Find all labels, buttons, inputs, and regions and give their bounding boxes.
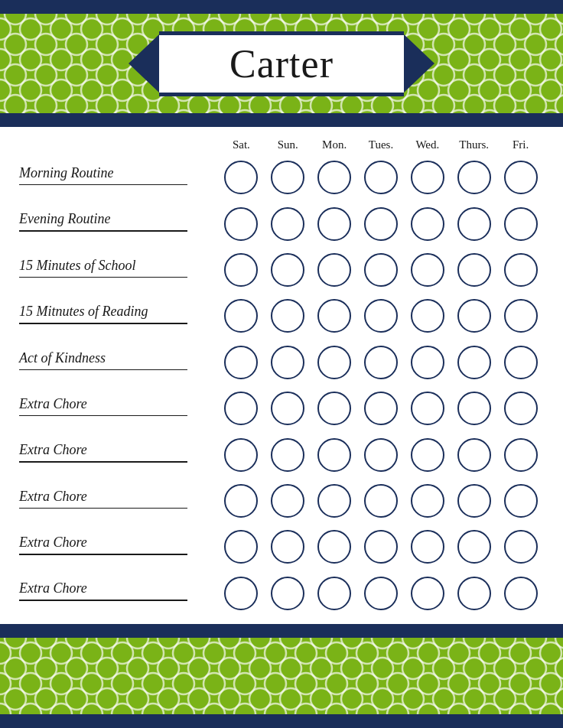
checkbox-circle[interactable] xyxy=(457,577,491,610)
checkbox-circle[interactable] xyxy=(224,253,258,287)
checkbox-circle[interactable] xyxy=(411,438,444,472)
circle-cell[interactable] xyxy=(358,346,405,379)
circle-cell[interactable] xyxy=(311,530,358,564)
checkbox-circle[interactable] xyxy=(504,577,538,610)
circle-cell[interactable] xyxy=(404,161,451,194)
circle-cell[interactable] xyxy=(218,299,265,333)
circle-cell[interactable] xyxy=(497,530,544,564)
checkbox-circle[interactable] xyxy=(411,484,444,518)
circle-cell[interactable] xyxy=(311,438,358,472)
circle-cell[interactable] xyxy=(311,484,358,518)
circle-cell[interactable] xyxy=(451,438,497,472)
circle-cell[interactable] xyxy=(404,530,451,564)
checkbox-circle[interactable] xyxy=(317,438,351,472)
circle-cell[interactable] xyxy=(404,299,451,333)
circle-cell[interactable] xyxy=(358,392,405,425)
circle-cell[interactable] xyxy=(218,438,265,472)
circle-cell[interactable] xyxy=(451,161,497,194)
checkbox-circle[interactable] xyxy=(457,438,491,472)
checkbox-circle[interactable] xyxy=(271,253,304,287)
circle-cell[interactable] xyxy=(311,299,358,333)
checkbox-circle[interactable] xyxy=(364,161,398,194)
circle-cell[interactable] xyxy=(265,530,311,564)
checkbox-circle[interactable] xyxy=(317,207,351,241)
circle-cell[interactable] xyxy=(311,161,358,194)
circle-cell[interactable] xyxy=(497,207,544,241)
checkbox-circle[interactable] xyxy=(457,161,491,194)
checkbox-circle[interactable] xyxy=(364,392,398,425)
circle-cell[interactable] xyxy=(358,438,405,472)
circle-cell[interactable] xyxy=(358,207,405,241)
circle-cell[interactable] xyxy=(358,299,405,333)
checkbox-circle[interactable] xyxy=(411,207,444,241)
circle-cell[interactable] xyxy=(497,484,544,518)
circle-cell[interactable] xyxy=(358,484,405,518)
circle-cell[interactable] xyxy=(451,253,497,287)
checkbox-circle[interactable] xyxy=(504,346,538,379)
checkbox-circle[interactable] xyxy=(411,253,444,287)
checkbox-circle[interactable] xyxy=(317,484,351,518)
checkbox-circle[interactable] xyxy=(224,207,258,241)
checkbox-circle[interactable] xyxy=(457,253,491,287)
checkbox-circle[interactable] xyxy=(317,299,351,333)
checkbox-circle[interactable] xyxy=(317,346,351,379)
circle-cell[interactable] xyxy=(404,207,451,241)
checkbox-circle[interactable] xyxy=(224,346,258,379)
checkbox-circle[interactable] xyxy=(504,530,538,564)
checkbox-circle[interactable] xyxy=(504,484,538,518)
checkbox-circle[interactable] xyxy=(224,530,258,564)
checkbox-circle[interactable] xyxy=(271,392,304,425)
checkbox-circle[interactable] xyxy=(364,253,398,287)
circle-cell[interactable] xyxy=(451,299,497,333)
checkbox-circle[interactable] xyxy=(224,484,258,518)
circle-cell[interactable] xyxy=(451,392,497,425)
circle-cell[interactable] xyxy=(265,299,311,333)
circle-cell[interactable] xyxy=(218,253,265,287)
checkbox-circle[interactable] xyxy=(457,207,491,241)
checkbox-circle[interactable] xyxy=(411,530,444,564)
circle-cell[interactable] xyxy=(218,346,265,379)
checkbox-circle[interactable] xyxy=(411,299,444,333)
checkbox-circle[interactable] xyxy=(364,577,398,610)
checkbox-circle[interactable] xyxy=(411,346,444,379)
checkbox-circle[interactable] xyxy=(504,299,538,333)
circle-cell[interactable] xyxy=(497,299,544,333)
checkbox-circle[interactable] xyxy=(271,346,304,379)
circle-cell[interactable] xyxy=(451,577,497,610)
circle-cell[interactable] xyxy=(265,392,311,425)
circle-cell[interactable] xyxy=(218,484,265,518)
circle-cell[interactable] xyxy=(265,484,311,518)
checkbox-circle[interactable] xyxy=(457,530,491,564)
circle-cell[interactable] xyxy=(265,438,311,472)
circle-cell[interactable] xyxy=(218,207,265,241)
checkbox-circle[interactable] xyxy=(457,299,491,333)
circle-cell[interactable] xyxy=(404,438,451,472)
checkbox-circle[interactable] xyxy=(271,530,304,564)
circle-cell[interactable] xyxy=(404,392,451,425)
circle-cell[interactable] xyxy=(497,438,544,472)
checkbox-circle[interactable] xyxy=(271,299,304,333)
checkbox-circle[interactable] xyxy=(224,438,258,472)
circle-cell[interactable] xyxy=(311,253,358,287)
circle-cell[interactable] xyxy=(311,346,358,379)
circle-cell[interactable] xyxy=(404,577,451,610)
checkbox-circle[interactable] xyxy=(364,207,398,241)
circle-cell[interactable] xyxy=(311,392,358,425)
circle-cell[interactable] xyxy=(358,577,405,610)
checkbox-circle[interactable] xyxy=(317,530,351,564)
checkbox-circle[interactable] xyxy=(411,161,444,194)
checkbox-circle[interactable] xyxy=(364,346,398,379)
checkbox-circle[interactable] xyxy=(317,253,351,287)
circle-cell[interactable] xyxy=(404,484,451,518)
checkbox-circle[interactable] xyxy=(411,392,444,425)
circle-cell[interactable] xyxy=(404,346,451,379)
checkbox-circle[interactable] xyxy=(504,392,538,425)
checkbox-circle[interactable] xyxy=(504,207,538,241)
checkbox-circle[interactable] xyxy=(224,392,258,425)
circle-cell[interactable] xyxy=(497,253,544,287)
checkbox-circle[interactable] xyxy=(317,577,351,610)
circle-cell[interactable] xyxy=(265,161,311,194)
checkbox-circle[interactable] xyxy=(504,253,538,287)
checkbox-circle[interactable] xyxy=(271,207,304,241)
circle-cell[interactable] xyxy=(451,207,497,241)
